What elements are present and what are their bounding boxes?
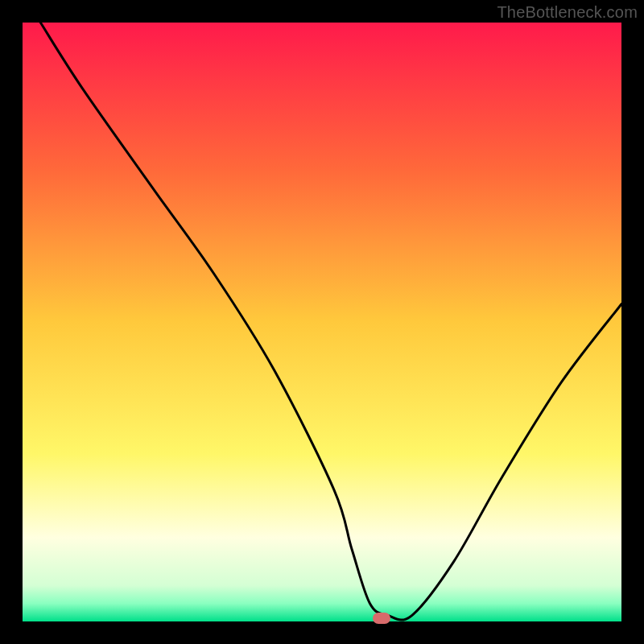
gradient-background [23, 23, 621, 621]
optimum-marker [373, 613, 390, 624]
chart-container: TheBottleneck.com [0, 0, 644, 644]
watermark-text: TheBottleneck.com [497, 3, 638, 22]
chart-svg [23, 23, 621, 621]
plot-area [23, 23, 621, 621]
